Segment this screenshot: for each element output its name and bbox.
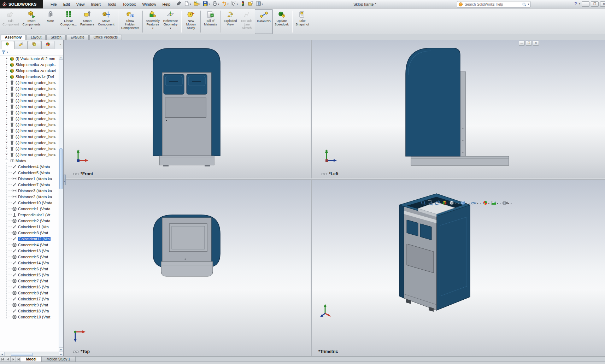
doc-close-button[interactable]: ✕	[533, 41, 539, 46]
tree-item[interactable]: Concentric10 (Vrat	[0, 314, 59, 320]
expand-toggle[interactable]: +	[5, 69, 8, 72]
tree-item[interactable]: Distance3 (Vrata ka	[0, 188, 59, 194]
bill-of-materials-button[interactable]: Bill of Materials	[202, 9, 219, 34]
tab-prev-button[interactable]	[5, 357, 11, 362]
filter-funnel-icon[interactable]	[1, 50, 6, 54]
minimize-button[interactable]: —	[582, 1, 589, 7]
menu-item[interactable]: File	[47, 1, 60, 7]
edit-component-button[interactable]: Edit Component	[1, 9, 21, 34]
tree-item[interactable]: Concentric1 (Vrata	[0, 206, 59, 212]
scroll-right-arrow-icon[interactable]: ►	[59, 352, 63, 356]
open-document-button[interactable]: ▾	[192, 0, 202, 8]
menu-item[interactable]: View	[73, 1, 88, 7]
tree-item[interactable]: Concentric6 (Vrat	[0, 266, 59, 272]
tree-item[interactable]: + (-) hex nut gradec_iso<	[0, 86, 59, 92]
tree-item[interactable]: + (-) hex nut gradec_iso<	[0, 116, 59, 122]
reference-geometry-button[interactable]: Reference Geometry ▾	[161, 9, 180, 34]
zoom-area-button[interactable]	[428, 200, 433, 207]
scroll-up-arrow-icon[interactable]: ▲	[59, 55, 63, 60]
expand-toggle[interactable]: +	[5, 93, 8, 96]
dropdown-caret-icon[interactable]: ▾	[237, 3, 238, 6]
panel-collapse-button[interactable]: »	[59, 43, 62, 47]
close-button[interactable]: ✕	[600, 1, 605, 7]
tree-item[interactable]: Coincident12 (Vra	[0, 236, 59, 242]
ribbon-tab[interactable]: Layout	[27, 35, 46, 40]
ribbon-tab[interactable]: Assembly	[1, 35, 26, 40]
viewport-splitter-horizontal[interactable]	[64, 178, 605, 180]
rebuild-button[interactable]	[239, 0, 247, 8]
tree-item[interactable]: Coincident17 (Vra	[0, 296, 59, 302]
expand-toggle[interactable]: +	[5, 123, 8, 126]
tree-item[interactable]: Concentric9 (Vrat	[0, 302, 59, 308]
tree-item[interactable]: Coincident10 (Vrata	[0, 200, 59, 206]
model-tab[interactable]: Model	[21, 357, 42, 362]
tree-item[interactable]: Coincident5 (Vrata	[0, 170, 59, 176]
tree-item[interactable]: + (-) hex nut gradec_iso<	[0, 98, 59, 104]
dropdown-caret-icon[interactable]: ▾	[170, 27, 171, 30]
tab-next-button[interactable]	[11, 357, 16, 362]
viewport-top[interactable]: *Top	[64, 180, 311, 356]
model-tab[interactable]: Motion Study 1	[42, 357, 76, 362]
expand-toggle[interactable]: +	[5, 111, 8, 114]
print-button[interactable]: ▾	[211, 0, 221, 8]
exploded-view-button[interactable]: Exploded View	[222, 9, 239, 34]
dropdown-caret-icon[interactable]: ▾	[208, 3, 210, 6]
tree-item[interactable]: Concentric7 (Vrat	[0, 278, 59, 284]
tree-item[interactable]: Concentric4 (Vrat	[0, 242, 59, 248]
tree-item[interactable]: + (-) hex nut gradec_iso<	[0, 80, 59, 86]
doc-minimize-button[interactable]: —	[519, 41, 525, 46]
displaymanager-tab[interactable]	[41, 41, 54, 49]
edit-appearance-button[interactable]: ▾	[482, 200, 490, 207]
tree-item[interactable]: + (-) hex nut gradec_iso<	[0, 104, 59, 110]
tree-item[interactable]: + (-) hex nut gradec_iso<	[0, 134, 59, 140]
expand-toggle[interactable]: +	[5, 153, 8, 156]
tree-item[interactable]: + (-) hex nut gradec_iso<	[0, 122, 59, 128]
rotate-view-button[interactable]	[435, 200, 440, 207]
menu-item[interactable]: Insert	[88, 1, 104, 7]
dropdown-caret-icon[interactable]: ▾	[227, 3, 229, 6]
search-icon[interactable]	[522, 2, 527, 7]
tab-first-button[interactable]	[0, 357, 5, 362]
tree-item[interactable]: + Sklop bravica<1> (Def	[0, 74, 59, 80]
instant3d-button[interactable]: Instant3D	[255, 9, 273, 34]
dropdown-caret-icon[interactable]: ▾	[497, 202, 498, 205]
view-orientation-button[interactable]: ▾	[449, 200, 459, 207]
apply-scene-button[interactable]: ▾	[491, 200, 501, 207]
scrollbar-thumb[interactable]	[11, 353, 33, 356]
display-panes-button[interactable]: ▾	[254, 0, 264, 8]
undo-button[interactable]: ▾	[220, 0, 230, 8]
scrollbar-thumb[interactable]	[59, 148, 63, 189]
dropdown-caret-icon[interactable]: ▾	[477, 202, 478, 205]
dropdown-caret-icon[interactable]: ▾	[455, 202, 456, 205]
tree-item[interactable]: Coincident11 (Vra	[0, 224, 59, 230]
expand-toggle[interactable]: +	[5, 129, 8, 132]
doc-restore-button[interactable]: ❐	[526, 41, 532, 46]
expand-toggle[interactable]: +	[5, 75, 8, 78]
menu-item[interactable]: Window	[139, 1, 159, 7]
dropdown-caret-icon[interactable]: ▾	[466, 202, 468, 205]
expand-toggle[interactable]: -	[5, 159, 8, 162]
pen-button[interactable]	[175, 0, 183, 8]
insert-components-button[interactable]: Insert Components ▾	[21, 9, 42, 34]
help-search[interactable]: ▾	[457, 1, 530, 7]
tab-last-button[interactable]	[16, 357, 21, 362]
tree-item[interactable]: + (-) hex nut gradec_iso<	[0, 110, 59, 116]
new-motion-study-button[interactable]: New Motion Study	[183, 9, 199, 34]
tree-item[interactable]: + Sklop umetka za papir=	[0, 61, 59, 67]
menu-item[interactable]: Help	[159, 1, 174, 7]
dropdown-caret-icon[interactable]: ▾	[68, 27, 69, 30]
dropdown-caret-icon[interactable]: ▾	[218, 3, 219, 6]
file-properties-button[interactable]	[247, 0, 254, 8]
tree-item[interactable]: Coincident13 (Vra	[0, 248, 59, 254]
dropdown-caret-icon[interactable]: ▾	[31, 27, 32, 30]
save-document-button[interactable]: ▾	[201, 0, 211, 8]
tree-item[interactable]: Perpendicular1 (Vr	[0, 212, 59, 218]
tree-item[interactable]: Concentric8 (Vrat	[0, 290, 59, 296]
viewport-splitter-vertical[interactable]	[311, 40, 312, 356]
tree-item[interactable]: Coincident16 (Vra	[0, 284, 59, 290]
dropdown-caret-icon[interactable]: ▾	[152, 27, 153, 30]
menu-item[interactable]: Tools	[104, 1, 119, 7]
linear-pattern-button[interactable]: Linear Compone... ▾	[59, 9, 79, 34]
expand-toggle[interactable]: +	[5, 105, 8, 108]
ribbon-tab[interactable]: Office Products	[89, 35, 122, 40]
